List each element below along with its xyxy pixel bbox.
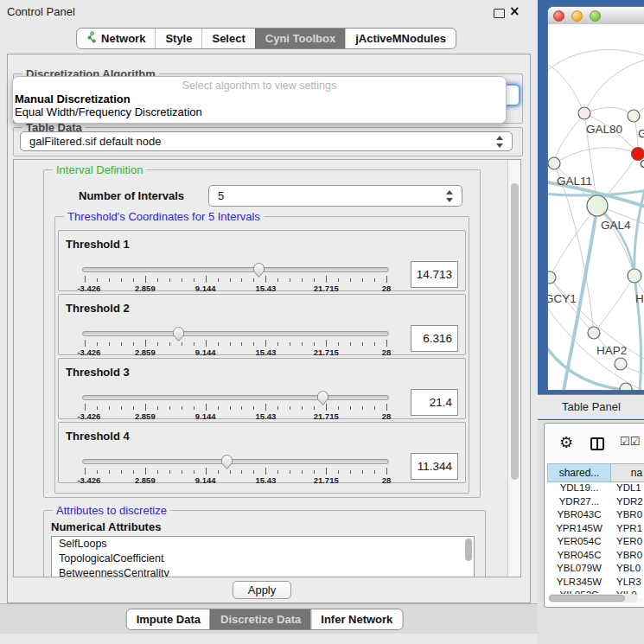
tab-label: Style	[165, 32, 192, 45]
network-canvas[interactable]: GAL80GCGAL11GAL4GCY1HHAP2	[548, 24, 644, 390]
tick-mark	[194, 278, 194, 282]
slider-track[interactable]	[82, 267, 389, 272]
slider-track[interactable]	[82, 331, 389, 336]
table-cell: YDR2	[611, 496, 644, 510]
table-cell: YER0	[611, 536, 644, 550]
attribute-item-betweennesscentrality[interactable]: BetweennessCentrality	[52, 566, 474, 577]
slider-track[interactable]	[82, 395, 389, 400]
table-row[interactable]: YDR27...YDR2	[547, 496, 644, 510]
tick-value-label: -3.426	[77, 284, 100, 293]
table-row[interactable]: YLR345WYLR3	[547, 577, 644, 590]
network-node[interactable]	[587, 195, 608, 216]
close-panel-icon[interactable]: ×	[509, 3, 520, 19]
algorithm-option-manual-discretization[interactable]: Manual Discretization	[13, 92, 506, 105]
table-cell: YDL1	[611, 482, 644, 496]
tick-mark	[302, 406, 303, 410]
threshold-value-field[interactable]: 11.344	[411, 453, 458, 480]
tick-mark	[253, 342, 254, 346]
network-node[interactable]	[578, 107, 590, 119]
slider-thumb[interactable]	[252, 262, 265, 278]
settings-scrollpane: Interval Definition Number of Intervals …	[13, 159, 521, 577]
table-row[interactable]: YDL19...YDL1	[547, 482, 644, 496]
tick-mark	[206, 276, 207, 283]
split-view-icon[interactable]	[590, 437, 604, 450]
table-row[interactable]: YPR145WYPR1	[547, 523, 644, 537]
settings-scrollbar-thumb[interactable]	[511, 183, 519, 480]
combobox-stepper-icon[interactable]	[496, 136, 504, 148]
slider-track[interactable]	[82, 459, 389, 464]
apply-button[interactable]: Apply	[233, 581, 291, 599]
number-of-intervals-label: Number of Intervals	[79, 189, 184, 202]
network-node[interactable]	[588, 327, 600, 339]
combobox-stepper-icon[interactable]	[446, 190, 454, 202]
network-window-titlebar[interactable]	[548, 7, 644, 25]
network-node[interactable]	[628, 110, 640, 122]
tab-select[interactable]: Select	[201, 29, 254, 48]
column-header-na[interactable]: na	[611, 463, 644, 482]
attribute-list-scrollbar[interactable]	[465, 539, 472, 561]
tick-mark	[241, 470, 242, 474]
control-panel-content: Discretization Algorithm Select algorith…	[7, 54, 531, 603]
threshold-value-field[interactable]: 21.4	[411, 389, 458, 416]
algorithm-option-equal-width-frequency-discretization[interactable]: Equal Width/Frequency Discretization	[13, 105, 506, 118]
tick-mark	[157, 278, 158, 282]
threshold-value-field[interactable]: 6.316	[411, 325, 458, 352]
table-row[interactable]: YER054CYER0	[547, 536, 644, 550]
tick-mark	[253, 470, 254, 474]
tick-mark	[206, 340, 207, 347]
network-node[interactable]	[548, 157, 560, 169]
tab-discretize-data[interactable]: Discretize Data	[210, 609, 310, 629]
cyni-mode-tabbar: Impute DataDiscretize DataInfer Network	[126, 609, 404, 630]
number-of-intervals-combobox[interactable]: 5	[208, 185, 462, 207]
network-node[interactable]	[615, 358, 627, 370]
attribute-item-topologicalcoefficient[interactable]: TopologicalCoefficient	[52, 552, 474, 566]
tab-jactivemnodules[interactable]: jActiveMNodules	[345, 29, 456, 48]
tick-mark	[386, 404, 387, 411]
tick-mark	[362, 406, 363, 410]
threshold-value-field[interactable]: 14.713	[411, 261, 458, 288]
slider-thumb[interactable]	[172, 326, 185, 342]
tab-impute-data[interactable]: Impute Data	[127, 609, 210, 629]
tick-value-label: 15.43	[256, 475, 277, 485]
table-row[interactable]: YBR045CYBR0	[547, 550, 644, 564]
table-hscrollbar-thumb[interactable]	[549, 595, 625, 602]
network-node[interactable]	[628, 269, 641, 283]
slider-thumb[interactable]	[220, 454, 233, 470]
table-cell: YPR145W	[547, 523, 611, 537]
zoom-window-button[interactable]	[590, 10, 601, 22]
node-label: G	[638, 127, 644, 140]
tab-cyni-toolbox[interactable]: Cyni Toolbox	[255, 29, 345, 48]
tick-mark	[326, 468, 327, 475]
network-node[interactable]	[548, 271, 556, 284]
tick-mark	[121, 278, 122, 282]
threshold-slider[interactable]: -3.4262.8599.14415.4321.71528	[82, 328, 389, 359]
network-node[interactable]	[620, 383, 632, 390]
attribute-item-selfloops[interactable]: SelfLoops	[52, 537, 474, 552]
select-columns-icon[interactable]: ☑☑	[620, 435, 640, 448]
table-cell: YBR043C	[547, 509, 611, 523]
close-window-button[interactable]	[553, 10, 564, 22]
table-horizontal-scrollbar[interactable]	[548, 594, 638, 603]
table-row[interactable]: YBL079WYBL0	[547, 563, 644, 577]
column-header-shared-[interactable]: shared...	[547, 463, 611, 482]
settings-vertical-scrollbar[interactable]	[507, 160, 521, 577]
float-window-icon[interactable]	[494, 9, 505, 18]
slider-tick-labels: -3.4262.8599.14415.4321.71528	[82, 475, 389, 486]
minimize-window-button[interactable]	[571, 10, 583, 22]
numerical-attributes-list[interactable]: SelfLoopsTopologicalCoefficientBetweenne…	[51, 536, 475, 577]
table-row[interactable]: YBR043CYBR0	[547, 509, 644, 523]
threshold-slider[interactable]: -3.4262.8599.14415.4321.71528	[82, 264, 389, 295]
node-label: H	[635, 292, 644, 305]
table-data-combobox[interactable]: galFiltered.sif default node	[20, 131, 513, 151]
slider-thumb[interactable]	[316, 390, 329, 406]
tick-value-label: 28	[382, 475, 392, 485]
threshold-slider[interactable]: -3.4262.8599.14415.4321.71528	[82, 456, 389, 487]
tab-style[interactable]: Style	[155, 29, 201, 48]
tab-infer-network[interactable]: Infer Network	[310, 609, 402, 629]
tab-network[interactable]: Network	[77, 29, 155, 48]
tick-mark	[338, 406, 339, 410]
threshold-slider[interactable]: -3.4262.8599.14415.4321.71528	[82, 392, 389, 423]
tick-mark	[277, 470, 278, 474]
control-panel-title: Control Panel	[7, 5, 75, 18]
gear-icon[interactable]: ⚙	[559, 433, 573, 451]
